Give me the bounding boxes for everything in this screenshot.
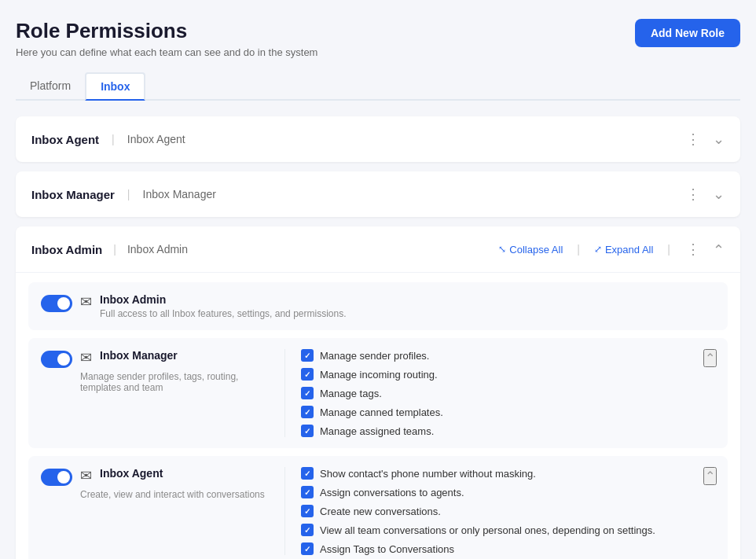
- collapse-all-label: Collapse All: [509, 244, 563, 256]
- inbox-admin-chevron-icon[interactable]: ⌄: [713, 241, 725, 258]
- inbox-manager-toggle[interactable]: [41, 351, 72, 368]
- collapse-all-button[interactable]: ⤡ Collapse All: [495, 242, 566, 257]
- inbox-admin-card-title: Inbox Admin: [100, 293, 715, 306]
- inbox-admin-header-right: ⤡ Collapse All | ⤢ Expand All | ⋮ ⌄: [495, 239, 725, 259]
- perm-item: View all team conversations or only pers…: [301, 524, 715, 536]
- inbox-manager-row-right: ⋮ ⌄: [681, 184, 725, 204]
- inbox-manager-card-icon: ✉: [80, 349, 92, 366]
- inbox-agent-card-icon: ✉: [80, 467, 92, 484]
- page-title: Role Permissions: [16, 19, 317, 43]
- perm-checkbox[interactable]: [301, 387, 314, 399]
- inbox-manager-perms-list: Manage sender profiles. Manage incoming …: [301, 349, 715, 437]
- tab-inbox[interactable]: Inbox: [85, 72, 145, 101]
- collapse-icon: ⤡: [498, 244, 506, 255]
- perm-checkbox[interactable]: [301, 425, 314, 437]
- perm-item: Manage canned templates.: [301, 406, 715, 418]
- perm-label: Manage canned templates.: [320, 406, 443, 418]
- inbox-manager-label: Inbox Manager: [143, 188, 216, 200]
- inbox-manager-more-button[interactable]: ⋮: [681, 184, 705, 204]
- expand-icon: ⤢: [594, 244, 602, 255]
- perm-item: Manage incoming routing.: [301, 368, 715, 381]
- perm-item: Create new conversations.: [301, 505, 715, 517]
- inbox-agent-more-button[interactable]: ⋮: [681, 129, 705, 149]
- perm-item: Assign conversations to agents.: [301, 486, 715, 498]
- inbox-admin-name: Inbox Admin: [31, 243, 102, 256]
- inbox-manager-card-desc: Manage sender profiles, tags, routing, t…: [80, 371, 277, 393]
- inbox-manager-card-header: ✉ Inbox Manager: [41, 349, 277, 368]
- inbox-admin-section-header: Inbox Admin | Inbox Admin ⤡ Collapse All…: [16, 226, 740, 273]
- perm-checkbox[interactable]: [301, 368, 314, 381]
- inbox-manager-row: Inbox Manager | Inbox Manager ⋮ ⌄: [16, 171, 740, 217]
- inbox-agent-row: Inbox Agent | Inbox Agent ⋮ ⌄: [16, 116, 740, 162]
- perm-checkbox[interactable]: [301, 524, 314, 536]
- inbox-admin-more-button[interactable]: ⋮: [681, 239, 705, 259]
- inbox-agent-name: Inbox Agent: [31, 133, 99, 146]
- perm-card-admin-header: ✉ Inbox Admin Full access to all Inbox f…: [41, 293, 715, 319]
- perm-label: Manage assigned teams.: [320, 425, 434, 437]
- perm-card-inbox-agent: ⌃ ✉ Inbox Agent Create, view and interac…: [28, 456, 728, 559]
- perm-checkbox[interactable]: [301, 486, 314, 498]
- inbox-manager-chevron-icon[interactable]: ⌄: [713, 186, 725, 203]
- expand-all-button[interactable]: ⤢ Expand All: [591, 242, 656, 257]
- inbox-admin-header-left: Inbox Admin | Inbox Admin: [31, 243, 188, 256]
- inbox-agent-row-left: Inbox Agent | Inbox Agent: [31, 133, 185, 146]
- perm-label: Manage incoming routing.: [320, 369, 438, 381]
- perm-item: Assign Tags to Conversations: [301, 542, 715, 555]
- expand-all-label: Expand All: [605, 244, 653, 256]
- inbox-admin-card-icon: ✉: [80, 293, 92, 311]
- perm-item: Manage sender profiles.: [301, 349, 715, 362]
- add-new-role-button[interactable]: Add New Role: [635, 19, 740, 47]
- inbox-admin-toggle[interactable]: [41, 295, 72, 312]
- perm-label: View all team conversations or only pers…: [320, 524, 655, 536]
- perm-label: Manage tags.: [320, 388, 382, 399]
- inbox-agent-row-right: ⋮ ⌄: [681, 129, 725, 149]
- page-container: Role Permissions Here you can define wha…: [0, 0, 756, 559]
- perm-label: Manage sender profiles.: [320, 350, 429, 362]
- perm-checkbox[interactable]: [301, 349, 314, 362]
- perm-card-inbox-manager: ⌃ ✉ Inbox Manager Manage sender profiles…: [28, 338, 728, 448]
- permission-cards-container: ✉ Inbox Admin Full access to all Inbox f…: [16, 273, 740, 559]
- perm-item: Show contact's phone number without mask…: [301, 467, 715, 480]
- tabs-container: Platform Inbox: [16, 72, 740, 101]
- perm-checkbox[interactable]: [301, 505, 314, 517]
- inbox-admin-section: Inbox Admin | Inbox Admin ⤡ Collapse All…: [16, 226, 740, 559]
- perm-checkbox[interactable]: [301, 406, 314, 418]
- page-subtitle: Here you can define what each team can s…: [16, 46, 317, 58]
- inbox-agent-card-title: Inbox Agent: [100, 467, 277, 480]
- perm-label: Create new conversations.: [320, 506, 441, 517]
- perm-item: Manage tags.: [301, 387, 715, 399]
- inbox-manager-card-title: Inbox Manager: [100, 349, 277, 362]
- header-left: Role Permissions Here you can define wha…: [16, 19, 317, 58]
- perm-card-inbox-admin: ✉ Inbox Admin Full access to all Inbox f…: [28, 282, 728, 330]
- inbox-manager-card-chevron[interactable]: ⌃: [703, 349, 717, 367]
- perm-checkbox[interactable]: [301, 467, 314, 480]
- inbox-manager-row-left: Inbox Manager | Inbox Manager: [31, 188, 216, 201]
- inbox-admin-label: Inbox Admin: [127, 243, 188, 256]
- perm-label: Assign conversations to agents.: [320, 487, 464, 498]
- inbox-agent-label: Inbox Agent: [127, 133, 185, 145]
- inbox-agent-perms-list: Show contact's phone number without mask…: [301, 467, 715, 555]
- perm-checkbox[interactable]: [301, 542, 314, 555]
- inbox-agent-toggle[interactable]: [41, 469, 72, 486]
- inbox-agent-chevron-icon[interactable]: ⌄: [713, 131, 725, 148]
- perm-label: Show contact's phone number without mask…: [320, 468, 536, 480]
- perm-label: Assign Tags to Conversations: [320, 543, 454, 555]
- page-header: Role Permissions Here you can define wha…: [16, 19, 740, 58]
- perm-item: Manage assigned teams.: [301, 425, 715, 437]
- tab-platform[interactable]: Platform: [16, 72, 85, 101]
- inbox-agent-card-desc: Create, view and interact with conversat…: [80, 489, 277, 500]
- inbox-manager-name: Inbox Manager: [31, 188, 115, 201]
- inbox-agent-card-chevron[interactable]: ⌃: [703, 467, 717, 485]
- inbox-admin-card-desc: Full access to all Inbox features, setti…: [100, 308, 715, 319]
- inbox-agent-card-header: ✉ Inbox Agent: [41, 467, 277, 486]
